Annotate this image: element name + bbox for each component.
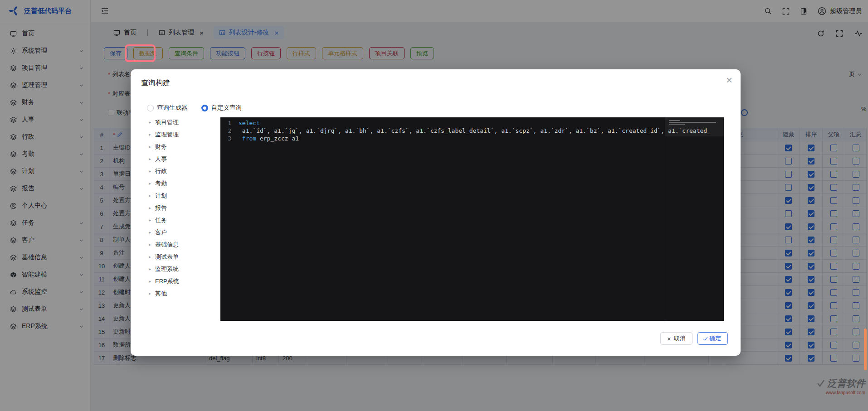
tree-item-label: 基础信息 [155, 241, 179, 249]
app-root: 泛普低代码平台 首页系统管理项目管理监理管理财务人事行政考勤计划报告个人中心任务… [0, 0, 868, 411]
code-line: 1select [220, 119, 724, 127]
cancel-label: 取消 [674, 334, 686, 343]
caret-right-icon[interactable]: ▸ [149, 156, 151, 161]
sql-code-editor[interactable]: 1select2 a1.`id`, a1.`jg`, a1.`djrq`, a1… [220, 117, 724, 321]
caret-right-icon[interactable]: ▸ [149, 230, 151, 235]
scrollbar-thumb[interactable] [864, 329, 867, 370]
code-line: 2 a1.`id`, a1.`jg`, a1.`djrq`, a1.`bh`, … [220, 127, 724, 135]
tree-item-项目管理[interactable]: ▸项目管理 [149, 116, 216, 128]
tree-item-label: 报告 [155, 204, 167, 212]
line-number: 1 [220, 119, 239, 127]
caret-right-icon[interactable]: ▸ [149, 205, 151, 210]
tree-item-label: 考勤 [155, 179, 167, 188]
tree-item-label: 财务 [155, 143, 167, 151]
tree-item-label: 其他 [155, 290, 167, 298]
caret-right-icon[interactable]: ▸ [149, 242, 151, 247]
tree-item-label: 计划 [155, 192, 167, 200]
tree-item-监理系统[interactable]: ▸监理系统 [149, 263, 216, 275]
tree-item-label: 人事 [155, 155, 167, 163]
code-text: a1.`id`, a1.`jg`, a1.`djrq`, a1.`bh`, a1… [239, 127, 711, 135]
radio-label: 自定义查询 [211, 104, 242, 112]
confirm-label: 确定 [709, 334, 721, 343]
check-icon [703, 335, 707, 340]
code-lines: 1select2 a1.`id`, a1.`jg`, a1.`djrq`, a1… [220, 119, 724, 142]
radio-自定义查询[interactable]: 自定义查询 [201, 104, 242, 112]
caret-right-icon[interactable]: ▸ [149, 132, 151, 137]
caret-right-icon[interactable]: ▸ [149, 291, 151, 296]
tree-item-label: 任务 [155, 216, 167, 224]
caret-right-icon[interactable]: ▸ [149, 254, 151, 259]
tree-item-客户[interactable]: ▸客户 [149, 226, 216, 238]
tree-item-监理管理[interactable]: ▸监理管理 [149, 128, 216, 140]
editor-minimap[interactable] [665, 117, 724, 321]
close-icon: × [667, 335, 671, 342]
radio-dot [201, 105, 208, 111]
caret-right-icon[interactable]: ▸ [149, 144, 151, 149]
tree-item-报告[interactable]: ▸报告 [149, 202, 216, 214]
tree-item-ERP系统[interactable]: ▸ERP系统 [149, 275, 216, 287]
tree-item-label: ERP系统 [155, 277, 179, 285]
module-tree: ▸项目管理▸监理管理▸财务▸人事▸行政▸考勤▸计划▸报告▸任务▸客户▸基础信息▸… [149, 116, 216, 300]
tree-item-基础信息[interactable]: ▸基础信息 [149, 238, 216, 251]
code-text: select [239, 119, 260, 127]
cancel-button[interactable]: × 取消 [660, 332, 692, 345]
caret-right-icon[interactable]: ▸ [149, 181, 151, 186]
tree-item-label: 行政 [155, 167, 167, 175]
code-text: from erp_zccz a1 [239, 135, 299, 142]
line-number: 3 [220, 135, 239, 142]
code-line: 3 from erp_zccz a1 [220, 135, 724, 142]
caret-right-icon[interactable]: ▸ [149, 218, 151, 222]
tree-item-行政[interactable]: ▸行政 [149, 165, 216, 177]
caret-right-icon[interactable]: ▸ [149, 169, 151, 174]
query-mode-radios: 查询生成器自定义查询 [147, 104, 242, 112]
tree-item-计划[interactable]: ▸计划 [149, 189, 216, 202]
confirm-button[interactable]: 确定 [697, 332, 728, 345]
modal-title: 查询构建 [141, 78, 170, 88]
radio-查询生成器[interactable]: 查询生成器 [147, 104, 188, 112]
close-icon[interactable]: × [726, 75, 732, 86]
query-builder-modal: 查询构建 × 查询生成器自定义查询 ▸项目管理▸监理管理▸财务▸人事▸行政▸考勤… [131, 69, 741, 356]
caret-right-icon[interactable]: ▸ [149, 266, 151, 271]
caret-right-icon[interactable]: ▸ [149, 193, 151, 198]
tree-item-label: 监理系统 [155, 265, 179, 273]
caret-right-icon[interactable]: ▸ [149, 279, 151, 284]
tree-item-label: 客户 [155, 228, 167, 237]
tree-item-label: 测试表单 [155, 253, 179, 261]
tree-item-测试表单[interactable]: ▸测试表单 [149, 251, 216, 263]
tree-item-label: 项目管理 [155, 118, 179, 126]
radio-label: 查询生成器 [157, 104, 188, 112]
caret-right-icon[interactable]: ▸ [149, 120, 151, 125]
radio-dot [147, 105, 154, 111]
tree-item-考勤[interactable]: ▸考勤 [149, 177, 216, 189]
tree-item-财务[interactable]: ▸财务 [149, 140, 216, 153]
tree-item-label: 监理管理 [155, 131, 179, 139]
tree-item-其他[interactable]: ▸其他 [149, 287, 216, 300]
tree-item-任务[interactable]: ▸任务 [149, 214, 216, 226]
tree-item-人事[interactable]: ▸人事 [149, 153, 216, 165]
line-number: 2 [220, 127, 239, 135]
